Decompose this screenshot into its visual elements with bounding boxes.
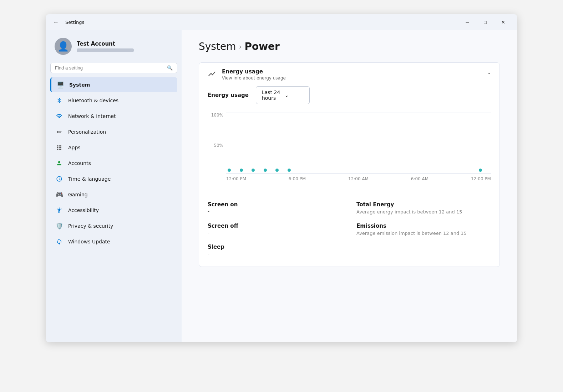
section-header[interactable]: Energy usage View info about energy usag… [199, 63, 499, 86]
time-dropdown-label: Last 24 hours [262, 89, 281, 101]
window-content: 👤 Test Account 🔍 🖥️ System [46, 30, 517, 342]
chart-x-labels: 12:00 PM 6:00 PM 12:00 AM 6:00 AM 12:00 … [226, 174, 491, 184]
stat-sleep: Sleep - [208, 244, 342, 257]
gaming-icon: 🎮 [55, 191, 63, 198]
x-label-3: 12:00 AM [348, 176, 369, 181]
titlebar-title: Settings [65, 20, 84, 25]
accessibility-icon [55, 206, 63, 214]
breadcrumb-current: Power [244, 41, 279, 52]
account-info: Test Account [77, 41, 134, 52]
maximize-button[interactable]: □ [477, 16, 493, 28]
energy-controls: Energy usage Last 24 hours ⌄ [208, 86, 491, 104]
breadcrumb-parent: System [199, 41, 236, 52]
account-section[interactable]: 👤 Test Account [50, 33, 177, 62]
search-icon: 🔍 [167, 65, 173, 71]
y-label-100: 100% [211, 113, 223, 118]
stat-desc-emissions: Average emission impact is between 12 an… [356, 230, 491, 237]
sidebar-item-label-personalization: Personalization [68, 129, 106, 135]
energy-icon [208, 69, 216, 80]
sidebar-item-bluetooth[interactable]: Bluetooth & devices [50, 93, 177, 108]
stat-value-screen-off: - [208, 230, 342, 236]
breadcrumb: System › Power [199, 41, 500, 52]
sidebar-item-label-accessibility: Accessibility [68, 207, 99, 213]
chart-y-labels: 100% 50% [208, 113, 226, 173]
energy-usage-section: Energy usage View info about energy usag… [199, 62, 500, 267]
bar-group-4 [264, 169, 275, 173]
stat-label-emissions: Emissions [356, 223, 491, 229]
stat-screen-on: Screen on - [208, 201, 342, 216]
bar-group-6 [288, 169, 299, 173]
bar-group-22 [479, 169, 490, 173]
sidebar-item-label-gaming: Gaming [68, 192, 88, 197]
stat-total-energy: Total Energy Average energy impact is be… [356, 201, 491, 216]
titlebar-left: ← Settings [52, 17, 459, 27]
minimize-button[interactable]: ─ [459, 16, 476, 28]
time-dropdown[interactable]: Last 24 hours ⌄ [256, 86, 310, 104]
personalization-icon: ✏️ [55, 128, 63, 136]
bar-group-5 [275, 169, 286, 173]
svg-point-0 [58, 161, 60, 163]
sidebar-item-gaming[interactable]: 🎮 Gaming [50, 187, 177, 202]
sidebar-item-privacy[interactable]: 🛡️ Privacy & security [50, 218, 177, 233]
windows-update-icon [55, 238, 63, 246]
account-email [77, 48, 134, 52]
x-label-4: 6:00 AM [411, 176, 428, 181]
sidebar-item-label-bluetooth: Bluetooth & devices [68, 98, 118, 103]
breadcrumb-separator: › [239, 42, 242, 51]
x-label-1: 12:00 PM [226, 176, 246, 181]
stats-grid: Screen on - Total Energy Average energy … [208, 201, 491, 257]
stat-value-screen-on: - [208, 208, 342, 214]
stat-screen-off: Screen off - [208, 223, 342, 237]
bar-group-1 [228, 169, 239, 173]
avatar: 👤 [55, 38, 72, 55]
settings-window: ← Settings ─ □ ✕ 👤 Test Account [46, 14, 517, 342]
bar-group-2 [240, 169, 251, 173]
sidebar-item-system[interactable]: 🖥️ System [50, 77, 177, 92]
section-title: Energy usage [222, 68, 286, 75]
stat-label-screen-on: Screen on [208, 201, 342, 208]
back-button[interactable]: ← [52, 17, 60, 27]
stat-desc-total-energy: Average energy impact is between 12 and … [356, 208, 491, 216]
section-body: Energy usage Last 24 hours ⌄ 100% 50% [199, 86, 499, 267]
time-icon [55, 175, 63, 183]
sidebar-item-network[interactable]: Network & internet [50, 109, 177, 124]
bar-dot-2 [240, 169, 243, 172]
stat-value-sleep: - [208, 251, 342, 257]
dropdown-arrow-icon: ⌄ [284, 92, 304, 98]
network-icon [55, 112, 63, 120]
bar-dot-3 [252, 169, 255, 172]
energy-chart: 100% 50% [208, 113, 491, 184]
sidebar-item-label-apps: Apps [68, 145, 81, 150]
stats-divider [208, 194, 491, 194]
bars-container [226, 113, 491, 173]
sidebar-item-apps[interactable]: Apps [50, 140, 177, 155]
bluetooth-icon [55, 97, 63, 104]
sidebar-item-label-time: Time & language [68, 176, 111, 182]
bar-dot-1 [228, 169, 231, 172]
chevron-up-icon[interactable]: ⌃ [487, 72, 491, 77]
close-button[interactable]: ✕ [495, 16, 511, 28]
section-header-left: Energy usage View info about energy usag… [208, 68, 286, 81]
main-content: System › Power Energy usage View info ab… [182, 30, 517, 342]
sidebar-item-accounts[interactable]: Accounts [50, 156, 177, 171]
sidebar-item-accessibility[interactable]: Accessibility [50, 203, 177, 218]
stat-label-sleep: Sleep [208, 244, 342, 250]
sidebar-item-time[interactable]: Time & language [50, 171, 177, 186]
search-box[interactable]: 🔍 [50, 63, 177, 73]
titlebar: ← Settings ─ □ ✕ [46, 14, 517, 30]
apps-icon [55, 144, 63, 151]
system-icon: 🖥️ [56, 81, 64, 89]
sidebar-item-label-system: System [69, 82, 90, 88]
x-label-5: 12:00 PM [471, 176, 491, 181]
sidebar-item-personalization[interactable]: ✏️ Personalization [50, 124, 177, 139]
gridline-bottom [226, 173, 491, 174]
stat-label-screen-off: Screen off [208, 223, 342, 229]
bar-group-3 [252, 169, 263, 173]
bar-dot-4 [264, 169, 267, 172]
sidebar-item-windows-update[interactable]: Windows Update [50, 234, 177, 249]
bar-dot-last [479, 169, 482, 172]
y-label-50: 50% [214, 143, 223, 148]
sidebar-item-label-accounts: Accounts [68, 160, 91, 166]
search-input[interactable] [55, 65, 164, 71]
accounts-icon [55, 159, 63, 167]
